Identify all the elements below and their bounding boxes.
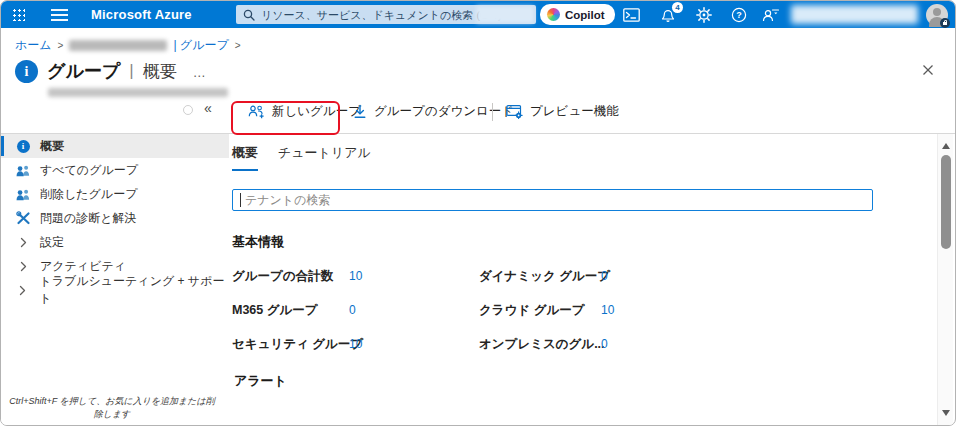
favorites-shortcut-hint: Ctrl+Shift+F を押して、お気に入りを追加または削除します (9, 395, 215, 421)
toolbar-divider (492, 103, 493, 121)
sidebar: i 概要 すべてのグループ (1, 134, 229, 426)
breadcrumb-separator: > (235, 40, 241, 51)
basic-info-heading: 基本情報 (232, 233, 284, 251)
stat-label-dynamic-groups: ダイナミック グループ (479, 268, 610, 285)
command-bar: « 新しいグループ グループのダウンロード (1, 97, 955, 133)
tab-overview[interactable]: 概要 (232, 144, 258, 171)
help-icon[interactable]: ? (730, 6, 748, 24)
breadcrumb-home-link[interactable]: ホーム (15, 37, 52, 54)
copilot-label: Copilot (565, 9, 605, 21)
tab-tutorial[interactable]: チュートリアル (278, 144, 371, 171)
ghost-circle (183, 105, 193, 115)
scrollbar-thumb[interactable] (941, 155, 951, 249)
feedback-person-icon[interactable] (762, 6, 780, 24)
preview-features-label: プレビュー機能 (530, 103, 619, 120)
stat-label-m365-groups: M365 グループ (232, 302, 318, 319)
title-separator: | (129, 61, 133, 81)
global-search-box[interactable] (236, 5, 536, 24)
new-group-icon (248, 104, 265, 119)
stat-value-security-groups[interactable]: 10 (349, 337, 362, 351)
stat-value-total-groups[interactable]: 10 (349, 269, 362, 283)
account-avatar[interactable] (926, 4, 948, 26)
new-group-button[interactable]: 新しいグループ (248, 103, 361, 120)
redacted-account-name (791, 5, 918, 24)
notification-count-badge: 4 (672, 2, 683, 13)
page-header: i グループ | 概要 … (15, 59, 207, 83)
stat-value-dynamic-groups[interactable]: 0 (601, 269, 608, 283)
scroll-down-arrow-icon[interactable] (942, 410, 950, 416)
collapse-sidebar-button[interactable]: « (204, 100, 212, 116)
people-icon (15, 188, 31, 201)
page-title: グループ (47, 59, 120, 83)
settings-gear-icon[interactable] (695, 6, 713, 24)
stat-label-cloud-groups: クラウド グループ (479, 302, 585, 319)
new-group-label: 新しいグループ (272, 103, 361, 120)
sidebar-item-troubleshooting-support[interactable]: トラブルシューティング + サポート (1, 278, 229, 302)
groups-info-icon: i (15, 60, 38, 83)
download-groups-label: グループのダウンロード (374, 103, 514, 120)
stat-value-onpremises-groups[interactable]: 0 (601, 337, 608, 351)
breadcrumb-separator: > (58, 40, 64, 51)
content-tabs: 概要 チュートリアル (232, 144, 371, 171)
stat-label-security-groups: セキュリティ グループ (232, 336, 363, 353)
more-options-icon[interactable]: … (193, 63, 207, 80)
sidebar-item-diagnose-solve[interactable]: 問題の診断と解決 (1, 206, 229, 230)
stat-value-m365-groups[interactable]: 0 (349, 303, 356, 317)
breadcrumb: ホーム > | グループ > (15, 37, 241, 54)
close-icon[interactable] (919, 61, 937, 79)
search-icon (243, 9, 255, 21)
scroll-up-arrow-icon[interactable] (942, 143, 950, 149)
notifications-bell-icon[interactable]: 4 (659, 6, 677, 24)
sidebar-item-settings[interactable]: 設定 (1, 230, 229, 254)
svg-text:?: ? (736, 10, 742, 20)
cloud-shell-icon[interactable] (622, 6, 640, 24)
tenant-search-box[interactable] (232, 189, 873, 211)
brand-title: Microsoft Azure (91, 1, 192, 28)
tenant-search-input[interactable] (241, 193, 872, 207)
stat-value-cloud-groups[interactable]: 10 (601, 303, 614, 317)
waffle-menu-icon[interactable] (12, 8, 25, 21)
redacted-search-text (476, 6, 534, 23)
people-icon (15, 164, 31, 177)
topbar: Microsoft Azure Copilot (1, 1, 955, 28)
chevron-right-icon (15, 237, 31, 248)
hamburger-menu-icon[interactable] (51, 9, 68, 21)
sidebar-item-deleted-groups[interactable]: 削除したグループ (1, 182, 229, 206)
preview-features-icon (506, 104, 523, 119)
redacted-subtitle (48, 88, 228, 97)
chevron-right-icon (15, 261, 31, 272)
copilot-button[interactable]: Copilot (540, 4, 615, 25)
download-groups-button[interactable]: グループのダウンロード (353, 103, 514, 120)
redacted-tenant-name (69, 40, 167, 51)
chevron-right-icon (15, 285, 30, 296)
azure-portal-window: Microsoft Azure Copilot (0, 0, 956, 426)
alerts-heading: アラート (234, 372, 287, 390)
avatar-person-icon (933, 8, 941, 16)
vertical-scrollbar[interactable] (937, 134, 953, 425)
info-icon: i (15, 140, 31, 153)
stat-label-total-groups: グループの合計数 (232, 268, 333, 285)
stat-label-onpremises-groups: オンプレミスのグル... (479, 336, 605, 353)
breadcrumb-groups-link[interactable]: | グループ (173, 37, 228, 54)
page-section-title: 概要 (143, 60, 177, 83)
preview-features-button[interactable]: プレビュー機能 (506, 103, 619, 120)
tools-icon (15, 211, 31, 225)
lock-badge-icon (940, 18, 950, 28)
download-icon (353, 104, 367, 119)
sidebar-item-overview[interactable]: i 概要 (1, 134, 229, 158)
sidebar-item-all-groups[interactable]: すべてのグループ (1, 158, 229, 182)
copilot-icon (547, 8, 560, 21)
